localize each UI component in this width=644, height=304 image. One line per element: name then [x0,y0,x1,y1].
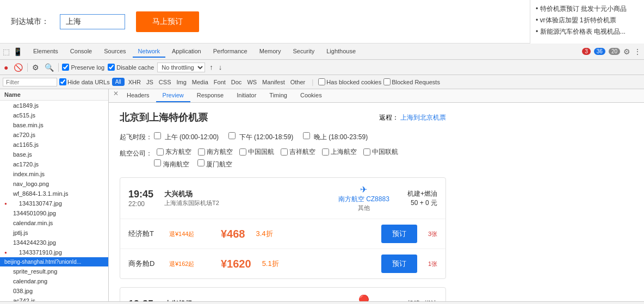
file-item-5[interactable]: base.js [0,150,108,159]
airline-lianhang-cb[interactable] [363,148,370,156]
tab-application[interactable]: Application [166,46,207,58]
preview-tab-timing[interactable]: Timing [263,89,294,102]
filter-all-tag[interactable]: All [112,78,125,86]
preserve-log-checkbox[interactable] [62,64,69,71]
flight-1-book-btn-2[interactable]: 预订 [381,255,417,273]
file-item-10[interactable]: 1343130747.jpg [0,198,108,208]
time-morning-label[interactable]: 上午 (00:00-12:00) [154,133,219,141]
airline-shanghai-cb[interactable] [322,148,329,156]
time-morning-checkbox[interactable] [154,132,161,139]
filter-xhr[interactable]: XHR [127,78,143,86]
flight-1-depart-time: 19:45 [128,189,153,201]
throttling-select[interactable]: No throttling [157,63,205,72]
preview-tab-headers[interactable]: Headers [120,89,156,102]
file-item-15[interactable]: 1343371910.jpg [0,247,108,257]
file-item-3[interactable]: ac720.js [0,130,108,140]
book-button[interactable]: 马上预订 [136,11,199,32]
tab-performance[interactable]: Performance [208,46,253,58]
tab-console[interactable]: Console [65,46,97,58]
preview-tab-response[interactable]: Response [190,89,231,102]
file-item-7[interactable]: index.min.js [0,169,108,179]
airline-hainan[interactable]: 海南航空 [154,160,189,168]
airline-xiamen-cb[interactable] [197,159,205,166]
more-icon[interactable]: ⋮ [634,47,641,56]
filter-css[interactable]: CSS [157,78,173,86]
preserve-log-label[interactable]: Preserve log [62,64,104,71]
import-button[interactable]: ↑ [208,63,214,71]
file-item-2[interactable]: base.min.js [0,120,108,130]
airline-guohang-cb[interactable] [239,148,246,156]
return-link-anchor[interactable]: 上海到北京机票 [400,114,446,121]
time-afternoon-label[interactable]: 下午 (12:00-18:59) [228,133,293,141]
airline-jixiang[interactable]: 吉祥航空 [281,147,315,157]
settings-icon[interactable]: ⚙ [623,47,630,56]
filter-media[interactable]: Media [190,78,210,86]
filter-font[interactable]: Font [212,78,227,86]
file-item-12[interactable]: calendar.min.js [0,218,108,228]
filter-other[interactable]: Other [289,78,307,86]
disable-cache-label[interactable]: Disable cache [108,64,154,71]
search-button[interactable]: 🔍 [44,63,55,72]
file-item-16[interactable]: sprite_result.png [0,266,108,276]
export-button[interactable]: ↓ [218,63,224,71]
file-item-11[interactable]: 1344501090.jpg [0,208,108,218]
preview-tab-cookies[interactable]: Cookies [294,89,329,102]
time-night-label[interactable]: 晚上 (18:00-23:59) [303,133,368,141]
flight-2-fuel: 机建+燃油 50 + 0 元 [407,299,437,302]
time-night-checkbox[interactable] [303,132,310,139]
blocked-requests-checkbox[interactable] [383,78,391,85]
airline-jixiang-cb[interactable] [281,148,288,156]
file-item-9[interactable]: wf_8684-1.3.1.min.js [0,189,108,198]
airline-dongfang-cb[interactable] [157,148,164,156]
tab-network[interactable]: Network [133,46,165,58]
tab-sources[interactable]: Sources [98,46,131,58]
clear-button[interactable]: 🚫 [13,63,24,72]
filter-ws[interactable]: WS [245,78,258,86]
flight-1-book-btn-1[interactable]: 预订 [381,225,417,243]
time-afternoon-checkbox[interactable] [228,132,236,139]
record-button[interactable]: ● [3,63,9,72]
file-item-0[interactable]: ac1849.js [0,101,108,110]
file-item-1[interactable]: ac515.js [0,110,108,120]
info-badge: 20 [609,48,620,55]
airline-lianghang[interactable]: 中国联航 [363,147,398,157]
airline-shanghai[interactable]: 上海航空 [322,147,357,157]
file-item-8[interactable]: nav_logo.png [0,179,108,189]
tab-elements[interactable]: Elements [28,46,64,58]
airline-xiamen[interactable]: 厦门航空 [197,160,232,168]
airline-nanfang-cb[interactable] [198,148,205,156]
destination-input[interactable] [60,14,125,29]
filter-input[interactable] [3,78,57,86]
disable-cache-checkbox[interactable] [108,64,115,71]
filter-manifest[interactable]: Manifest [261,78,287,86]
preview-tab-initiator[interactable]: Initiator [230,89,263,102]
file-item-selected[interactable]: beijing-shanghai.html?unionId... [0,257,108,266]
filter-button[interactable]: ⚙ [31,63,40,72]
hide-data-urls-label[interactable]: Hide data URLs [59,78,110,85]
filter-doc[interactable]: Doc [230,78,244,86]
airline-hainan-cb[interactable] [154,159,161,166]
hide-data-urls-checkbox[interactable] [59,78,66,85]
airline-nanfang[interactable]: 南方航空 [198,147,233,157]
file-item-13[interactable]: jptlj.js [0,228,108,238]
file-item-19[interactable]: ac742.js [0,296,108,301]
filter-js[interactable]: JS [145,78,155,86]
blocked-cookies-label[interactable]: Has blocked cookies [318,78,381,85]
airline-dongfang[interactable]: 东方航空 [157,147,191,157]
flight-1-airline-code: CZ8883 [366,195,389,203]
file-item-4[interactable]: ac1165.js [0,140,108,150]
filter-img[interactable]: Img [175,78,188,86]
tab-memory[interactable]: Memory [254,46,287,58]
airline-guohang[interactable]: 中国国航 [239,147,274,157]
tab-lighthouse[interactable]: Lighthouse [321,46,361,58]
preview-tab-preview[interactable]: Preview [156,89,190,102]
blocked-cookies-checkbox[interactable] [318,78,325,85]
file-item-18[interactable]: 038.jpg [0,286,108,296]
close-preview-btn[interactable]: ✕ [112,89,120,98]
file-item-14[interactable]: 1344244230.jpg [0,238,108,247]
tab-security[interactable]: Security [287,46,320,58]
blocked-requests-label[interactable]: Blocked Requests [383,78,440,85]
right-item-3: • 新能源汽车价格表 电视机品... [536,27,639,36]
file-item-6[interactable]: ac1720.js [0,159,108,169]
file-item-17[interactable]: calendar.png [0,276,108,286]
